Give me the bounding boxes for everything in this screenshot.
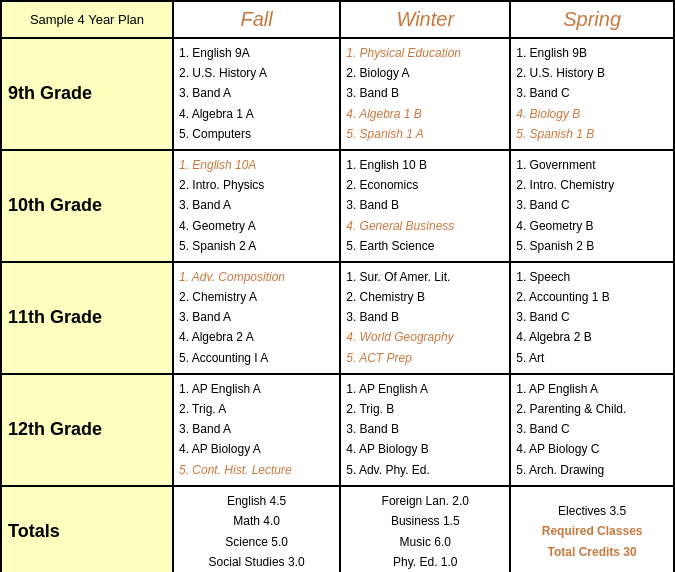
spring-cell-grade-2: 1. Speech2. Accounting 1 B3. Band C4. Al… (510, 262, 674, 374)
list-item: 3. Band C (516, 84, 668, 103)
list-item: Phy. Ed. 1.0 (346, 552, 504, 572)
winter-header: Winter (340, 1, 510, 38)
list-item: 2. Intro. Physics (179, 176, 334, 195)
list-item: 2. Trig. B (346, 400, 504, 419)
list-item: 4. Geometry A (179, 217, 334, 236)
list-item: 1. English 10 B (346, 156, 504, 175)
list-item: 1. English 9B (516, 44, 668, 63)
list-item: Electives 3.5 (516, 501, 668, 521)
list-item: 1. AP English A (179, 380, 334, 399)
grade-label-2: 11th Grade (1, 262, 173, 374)
list-item: 5. Spanish 2 B (516, 237, 668, 256)
list-item: 2. Parenting & Child. (516, 400, 668, 419)
fall-cell-grade-1: 1. English 10A2. Intro. Physics3. Band A… (173, 150, 340, 262)
list-item: Required Classes (516, 521, 668, 541)
list-item: 3. Band C (516, 420, 668, 439)
list-item: 3. Band C (516, 196, 668, 215)
list-item: 5. Adv. Phy. Ed. (346, 461, 504, 480)
list-item: 1. Physical Education (346, 44, 504, 63)
list-item: English 4.5 (179, 491, 334, 511)
list-item: 5. Arch. Drawing (516, 461, 668, 480)
winter-cell-grade-3: 1. AP English A2. Trig. B3. Band B4. AP … (340, 374, 510, 486)
list-item: 1. English 10A (179, 156, 334, 175)
winter-cell-grade-1: 1. English 10 B2. Economics3. Band B4. G… (340, 150, 510, 262)
list-item: 5. Accounting I A (179, 349, 334, 368)
list-item: 1. Adv. Composition (179, 268, 334, 287)
list-item: 1. Government (516, 156, 668, 175)
list-item: 3. Band C (516, 308, 668, 327)
list-item: 3. Band A (179, 420, 334, 439)
list-item: Total Credits 30 (516, 542, 668, 562)
list-item: 3. Band B (346, 84, 504, 103)
grade-label-1: 10th Grade (1, 150, 173, 262)
list-item: 1. Sur. Of Amer. Lit. (346, 268, 504, 287)
list-item: Science 5.0 (179, 532, 334, 552)
list-item: 2. U.S. History B (516, 64, 668, 83)
list-item: 2. Trig. A (179, 400, 334, 419)
list-item: 3. Band B (346, 196, 504, 215)
list-item: 4. Algebra 2 B (516, 328, 668, 347)
list-item: 2. Economics (346, 176, 504, 195)
list-item: 4. AP Biology C (516, 440, 668, 459)
list-item: 4. Algebra 2 A (179, 328, 334, 347)
list-item: 4. Algebra 1 A (179, 105, 334, 124)
winter-totals-cell: Foreign Lan. 2.0Business 1.5Music 6.0Phy… (340, 486, 510, 572)
fall-cell-grade-0: 1. English 9A2. U.S. History A3. Band A4… (173, 38, 340, 150)
list-item: 5. Art (516, 349, 668, 368)
list-item: 4. AP Biology B (346, 440, 504, 459)
fall-totals-cell: English 4.5Math 4.0Science 5.0Social Stu… (173, 486, 340, 572)
spring-totals-cell: Electives 3.5Required ClassesTotal Credi… (510, 486, 674, 572)
spring-cell-grade-3: 1. AP English A2. Parenting & Child.3. B… (510, 374, 674, 486)
grade-label-3: 12th Grade (1, 374, 173, 486)
list-item: 3. Band B (346, 308, 504, 327)
list-item: 5. Spanish 2 A (179, 237, 334, 256)
list-item: Music 6.0 (346, 532, 504, 552)
list-item: 2. Biology A (346, 64, 504, 83)
winter-cell-grade-0: 1. Physical Education2. Biology A3. Band… (340, 38, 510, 150)
list-item: 4. Biology B (516, 105, 668, 124)
grade-label-0: 9th Grade (1, 38, 173, 150)
fall-cell-grade-3: 1. AP English A2. Trig. A3. Band A4. AP … (173, 374, 340, 486)
list-item: Foreign Lan. 2.0 (346, 491, 504, 511)
list-item: 3. Band A (179, 84, 334, 103)
totals-label: Totals (1, 486, 173, 572)
list-item: 1. English 9A (179, 44, 334, 63)
list-item: 4. General Business (346, 217, 504, 236)
list-item: 1. Speech (516, 268, 668, 287)
list-item: 5. Computers (179, 125, 334, 144)
list-item: 5. Spanish 1 A (346, 125, 504, 144)
list-item: 5. Earth Science (346, 237, 504, 256)
spring-header: Spring (510, 1, 674, 38)
list-item: Math 4.0 (179, 511, 334, 531)
fall-cell-grade-2: 1. Adv. Composition2. Chemistry A3. Band… (173, 262, 340, 374)
list-item: 4. Algebra 1 B (346, 105, 504, 124)
list-item: 2. Intro. Chemistry (516, 176, 668, 195)
winter-cell-grade-2: 1. Sur. Of Amer. Lit.2. Chemistry B3. Ba… (340, 262, 510, 374)
list-item: Social Studies 3.0 (179, 552, 334, 572)
list-item: 4. AP Biology A (179, 440, 334, 459)
list-item: 3. Band B (346, 420, 504, 439)
four-year-plan-table: Sample 4 Year Plan Fall Winter Spring 9t… (0, 0, 675, 572)
spring-cell-grade-1: 1. Government2. Intro. Chemistry3. Band … (510, 150, 674, 262)
list-item: 5. Spanish 1 B (516, 125, 668, 144)
list-item: Business 1.5 (346, 511, 504, 531)
list-item: 2. Chemistry A (179, 288, 334, 307)
fall-header: Fall (173, 1, 340, 38)
spring-cell-grade-0: 1. English 9B2. U.S. History B3. Band C4… (510, 38, 674, 150)
list-item: 2. Accounting 1 B (516, 288, 668, 307)
list-item: 5. Cont. Hist. Lecture (179, 461, 334, 480)
list-item: 5. ACT Prep (346, 349, 504, 368)
list-item: 3. Band A (179, 196, 334, 215)
list-item: 1. AP English A (516, 380, 668, 399)
list-item: 4. Geometry B (516, 217, 668, 236)
list-item: 2. U.S. History A (179, 64, 334, 83)
list-item: 2. Chemistry B (346, 288, 504, 307)
list-item: 4. World Geography (346, 328, 504, 347)
table-corner: Sample 4 Year Plan (1, 1, 173, 38)
list-item: 3. Band A (179, 308, 334, 327)
list-item: 1. AP English A (346, 380, 504, 399)
